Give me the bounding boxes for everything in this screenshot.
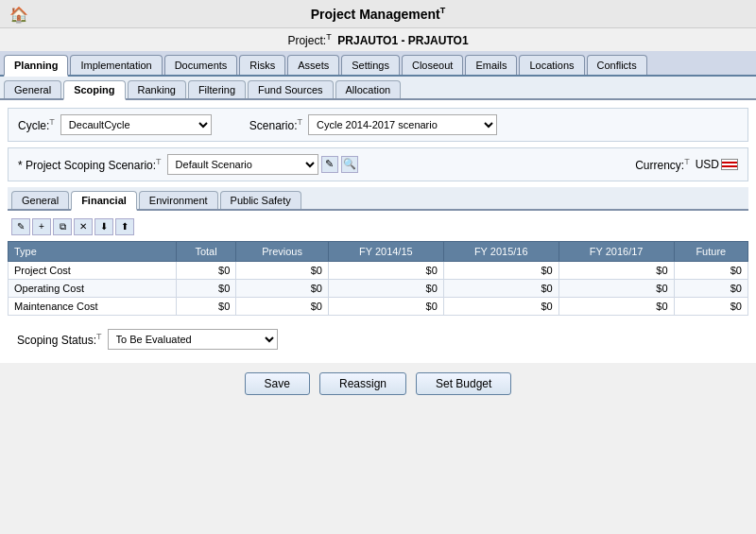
col-fy1516: FY 2015/16: [443, 241, 558, 261]
app-title-sup: T: [440, 6, 446, 15]
row2-previous: $0: [236, 279, 329, 297]
reassign-button[interactable]: Reassign: [319, 372, 406, 395]
row3-previous: $0: [236, 297, 329, 315]
sub-tabs: General Scoping Ranking Filtering Fund S…: [0, 77, 756, 100]
main-tabs: Planning Implementation Documents Risks …: [0, 51, 756, 77]
row2-fy1617: $0: [558, 279, 674, 297]
tab-planning[interactable]: Planning: [4, 55, 68, 77]
project-scoping-sup: T: [156, 157, 162, 166]
col-previous: Previous: [236, 241, 329, 261]
row3-fy1617: $0: [558, 297, 674, 315]
currency-sup: T: [684, 157, 690, 166]
currency-label: Currency:T: [635, 157, 690, 172]
row2-future: $0: [674, 279, 747, 297]
tab-conflicts[interactable]: Conflicts: [587, 55, 647, 75]
currency-flag: [721, 159, 738, 170]
toolbar-delete-icon[interactable]: ✕: [74, 218, 93, 235]
project-name: PRJAUTO1 - PRJAUTO1: [337, 34, 468, 47]
toolbar-copy-icon[interactable]: ⧉: [53, 218, 72, 235]
row1-previous: $0: [236, 261, 329, 279]
toolbar: ✎ + ⧉ ✕ ⬇ ⬆: [8, 216, 748, 237]
tab-settings[interactable]: Settings: [341, 55, 400, 75]
tab-emails[interactable]: Emails: [465, 55, 517, 75]
row3-type: Maintenance Cost: [9, 297, 177, 315]
save-button[interactable]: Save: [245, 372, 310, 395]
row2-fy1415: $0: [328, 279, 443, 297]
project-prefix: Project:: [287, 34, 326, 47]
tab-implementation[interactable]: Implementation: [70, 55, 162, 75]
table-header-row: Type Total Previous FY 2014/15 FY 2015/1…: [9, 241, 748, 261]
col-fy1415: FY 2014/15: [328, 241, 443, 261]
app-title: Project Management: [311, 7, 440, 22]
toolbar-export-icon[interactable]: ⬇: [94, 218, 113, 235]
table-row: Operating Cost $0 $0 $0 $0 $0 $0: [9, 279, 748, 297]
scoping-scenario-left: * Project Scoping Scenario:T Default Sce…: [18, 154, 635, 175]
toolbar-import-icon[interactable]: ⬆: [115, 218, 134, 235]
sub-tab-ranking[interactable]: Ranking: [128, 80, 186, 98]
project-scoping-select[interactable]: Default Scenario: [167, 154, 318, 175]
col-total: Total: [176, 241, 235, 261]
tab-assets[interactable]: Assets: [287, 55, 339, 75]
project-label: Project:T PRJAUTO1 - PRJAUTO1: [0, 28, 756, 51]
cycle-select[interactable]: DecaultCycle: [60, 114, 212, 135]
table-row: Maintenance Cost $0 $0 $0 $0 $0 $0: [9, 297, 748, 315]
row3-total: $0: [176, 297, 235, 315]
project-scoping-label: * Project Scoping Scenario:T: [18, 157, 162, 172]
cycle-sup: T: [49, 117, 55, 127]
col-future: Future: [674, 241, 747, 261]
bottom-buttons: Save Reassign Set Budget: [0, 363, 756, 405]
tab-risks[interactable]: Risks: [239, 55, 285, 75]
title-bar: 🏠 Project ManagementT: [0, 0, 756, 28]
col-fy1617: FY 2016/17: [558, 241, 674, 261]
cycle-label: Cycle:T: [18, 117, 55, 132]
inner-tab-environment[interactable]: Environment: [139, 191, 218, 209]
row1-fy1415: $0: [328, 261, 443, 279]
row2-type: Operating Cost: [9, 279, 177, 297]
toolbar-add-icon[interactable]: +: [32, 218, 51, 235]
scenario-select[interactable]: Cycle 2014-2017 scenario: [308, 114, 497, 135]
row1-fy1617: $0: [558, 261, 674, 279]
tab-locations[interactable]: Locations: [519, 55, 584, 75]
row2-fy1516: $0: [443, 279, 558, 297]
currency-value: USD: [696, 158, 719, 171]
scenario-sup: T: [298, 117, 303, 127]
edit-icon[interactable]: ✎: [321, 156, 338, 173]
home-icon[interactable]: 🏠: [9, 6, 28, 24]
cycle-group: Cycle:T DecaultCycle: [18, 114, 212, 135]
sub-tab-filtering[interactable]: Filtering: [188, 80, 246, 98]
inner-tabs: General Financial Environment Public Saf…: [8, 187, 748, 211]
scoping-status-label: Scoping Status:T: [17, 332, 102, 347]
table-row: Project Cost $0 $0 $0 $0 $0 $0: [9, 261, 748, 279]
project-prefix-sup: T: [326, 32, 332, 42]
row1-future: $0: [674, 261, 747, 279]
scoping-scenario-row: * Project Scoping Scenario:T Default Sce…: [8, 147, 748, 181]
tab-closeout[interactable]: Closeout: [402, 55, 463, 75]
cost-table: Type Total Previous FY 2014/15 FY 2015/1…: [8, 241, 748, 316]
sub-tab-general[interactable]: General: [4, 80, 61, 98]
row1-fy1516: $0: [443, 261, 558, 279]
scoping-status-row: Scoping Status:T To Be Evaluated: [8, 323, 748, 355]
row1-total: $0: [176, 261, 235, 279]
row1-type: Project Cost: [9, 261, 177, 279]
sub-tab-allocation[interactable]: Allocation: [335, 80, 402, 98]
row2-total: $0: [176, 279, 235, 297]
tab-documents[interactable]: Documents: [164, 55, 238, 75]
toolbar-edit-icon[interactable]: ✎: [11, 218, 30, 235]
sub-tab-scoping[interactable]: Scoping: [63, 80, 125, 100]
scenario-label: Scenario:T: [249, 117, 302, 132]
scenario-group: Scenario:T Cycle 2014-2017 scenario: [249, 114, 497, 135]
row3-fy1415: $0: [328, 297, 443, 315]
currency-group: Currency:T USD: [635, 157, 738, 172]
sub-tab-fund-sources[interactable]: Fund Sources: [248, 80, 333, 98]
set-budget-button[interactable]: Set Budget: [416, 372, 511, 395]
inner-tab-financial[interactable]: Financial: [71, 191, 137, 211]
row3-future: $0: [674, 297, 747, 315]
inner-tab-public-safety[interactable]: Public Safety: [220, 191, 301, 209]
search-icon[interactable]: 🔍: [341, 156, 358, 173]
row3-fy1516: $0: [443, 297, 558, 315]
col-type: Type: [9, 241, 177, 261]
inner-tab-general[interactable]: General: [11, 191, 69, 209]
content-area: Cycle:T DecaultCycle Scenario:T Cycle 20…: [0, 100, 756, 363]
scoping-status-select[interactable]: To Be Evaluated: [108, 329, 278, 350]
scoping-status-sup: T: [96, 332, 102, 341]
